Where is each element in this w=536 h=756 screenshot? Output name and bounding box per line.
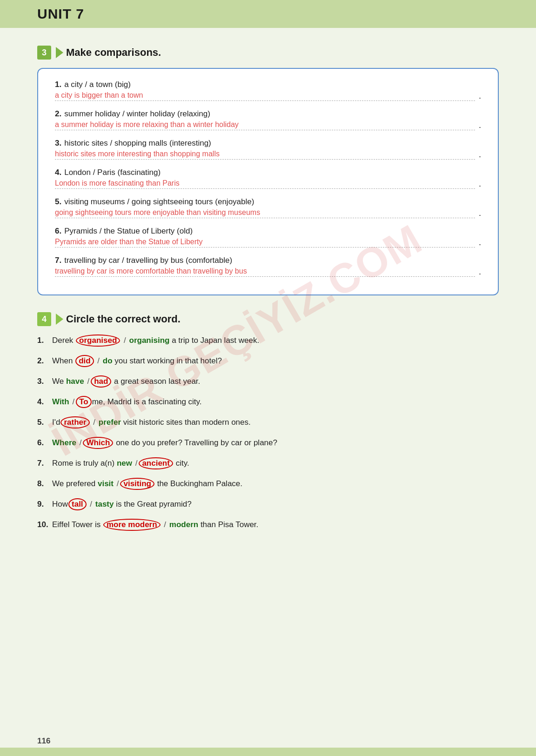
ex4-item-2: 2. When did / do you start working in th… <box>37 355 499 367</box>
exercise3-item-2: 2.summer holiday / winter holiday (relax… <box>55 109 481 130</box>
circled-had: had <box>91 375 111 388</box>
main-content: 3 Make comparisons. 1.a city / a town (b… <box>0 28 536 558</box>
exercise3-item-3: 3.historic sites / shopping malls (inter… <box>55 139 481 160</box>
ex3-a7: travelling by car is more comfortable th… <box>55 267 481 277</box>
exercise3-item-5: 5.visiting museums / going sightseeing t… <box>55 197 481 218</box>
exercise3-item-1: 1.a city / a town (big) a city is bigger… <box>55 80 481 101</box>
ex3-q3: 3.historic sites / shopping malls (inter… <box>55 139 481 148</box>
section3-arrow <box>56 47 63 58</box>
ex4-item-9: 9. Howtall / tasty is the Great pyramid? <box>37 498 499 510</box>
circled-ancient: ancient <box>139 457 173 469</box>
section4-number: 4 <box>37 312 51 326</box>
page-number: 116 <box>37 736 50 746</box>
ex3-a2: a summer holiday is more relaxing than a… <box>55 120 481 130</box>
section3-title: Make comparisons. <box>66 47 161 59</box>
circled-visiting: visiting <box>120 478 154 490</box>
section3-number: 3 <box>37 46 51 60</box>
ex3-q7: 7.travelling by car / travelling by bus … <box>55 256 481 265</box>
section4-header: 4 Circle the correct word. <box>37 312 499 326</box>
ex3-a4: London is more fascinating than Paris . <box>55 179 481 189</box>
circled-more-modern: more modern <box>103 519 161 531</box>
circled-which: Which <box>83 437 113 449</box>
exercise3-box: 1.a city / a town (big) a city is bigger… <box>37 68 499 295</box>
exercise3-item-4: 4.London / Paris (fascinating) London is… <box>55 168 481 189</box>
unit-title: UNIT 7 <box>37 6 84 22</box>
circled-to: To <box>76 396 92 408</box>
ex4-item-7: 7. Rome is truly a(n) new /ancient city. <box>37 457 499 469</box>
ex4-item-10: 10. Eiffel Tower is more modern / modern… <box>37 519 499 531</box>
exercise3-item-7: 7.travelling by car / travelling by bus … <box>55 256 481 277</box>
circled-tall: tall <box>68 498 87 510</box>
ex4-item-4: 4. With /Tome, Madrid is a fascinating c… <box>37 396 499 408</box>
ex3-q1: 1.a city / a town (big) <box>55 80 481 89</box>
ex3-a1: a city is bigger than a town . <box>55 91 481 101</box>
ex4-item-1: 1. Derek organised / organising a trip t… <box>37 335 499 347</box>
top-bar: UNIT 7 <box>0 0 536 28</box>
circled-organised: organised <box>76 335 120 347</box>
ex4-item-3: 3. We have /had a great season last year… <box>37 375 499 388</box>
circled-did: did <box>75 355 94 367</box>
ex3-a6: Pyramids are older than the Statue of Li… <box>55 238 481 248</box>
ex3-a5: going sightseeing tours more enjoyable t… <box>55 208 481 218</box>
section4-title: Circle the correct word. <box>66 313 181 325</box>
circled-rather: rather <box>60 416 89 428</box>
ex3-q2: 2.summer holiday / winter holiday (relax… <box>55 109 481 119</box>
section4-arrow <box>56 314 63 325</box>
section3-header: 3 Make comparisons. <box>37 46 499 60</box>
ex3-q6: 6.Pyramids / the Statue of Liberty (old) <box>55 227 481 236</box>
bottom-bar <box>0 748 536 756</box>
ex3-q5: 5.visiting museums / going sightseeing t… <box>55 197 481 207</box>
page: { "page": { "unit_label": "UNIT 7", "pag… <box>0 0 536 756</box>
ex4-item-6: 6. Where /Which one do you prefer? Trave… <box>37 437 499 449</box>
exercise3-item-6: 6.Pyramids / the Statue of Liberty (old)… <box>55 227 481 248</box>
ex3-q4: 4.London / Paris (fascinating) <box>55 168 481 177</box>
ex4-item-5: 5. I'drather / prefer visit historic sit… <box>37 416 499 428</box>
exercise4-list: 1. Derek organised / organising a trip t… <box>37 335 499 531</box>
ex3-a3: historic sites more interesting than sho… <box>55 150 481 160</box>
ex4-item-8: 8. We prefered visit /visiting the Bucki… <box>37 478 499 490</box>
